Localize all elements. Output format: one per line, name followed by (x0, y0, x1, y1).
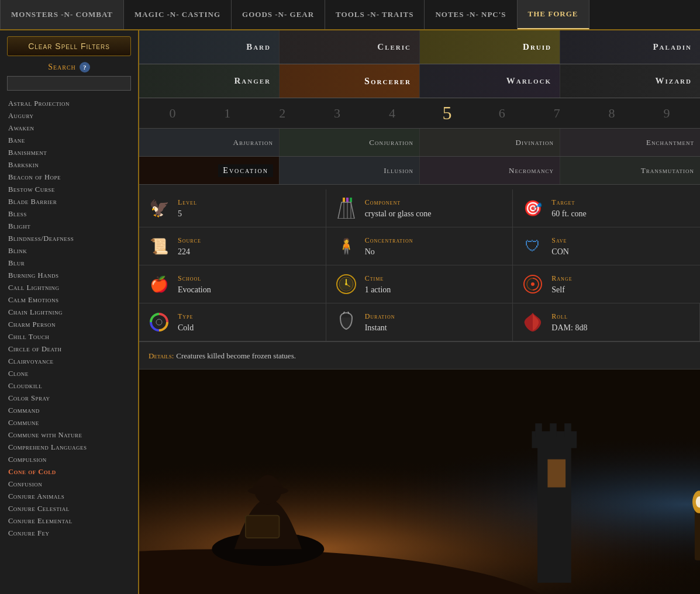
level-btn-5[interactable]: 5 (434, 102, 460, 125)
class-label-ranger: Ranger (234, 76, 271, 86)
spell-item[interactable]: Astral Projection (0, 98, 138, 110)
level-btn-1[interactable]: 1 (215, 102, 240, 125)
spell-item[interactable]: Blade Barrier (0, 196, 138, 208)
spell-item[interactable]: Augury (0, 110, 138, 122)
spell-item[interactable]: Chill Touch (0, 331, 138, 343)
school-btn-evocation[interactable]: Evocation (139, 157, 280, 184)
spell-item[interactable]: Conjure Animals (0, 491, 138, 503)
spell-item[interactable]: Blight (0, 220, 138, 233)
tab-tools[interactable]: Tools -n- Traits (325, 0, 425, 29)
class-btn-druid[interactable]: Druid (420, 30, 560, 64)
concentration-icon: 🧍 (335, 234, 358, 258)
level-btn-6[interactable]: 6 (489, 102, 515, 125)
spell-item[interactable]: Clairvoyance (0, 355, 138, 368)
spell-item[interactable]: Circle of Death (0, 343, 138, 355)
save-icon: 🛡 (521, 234, 544, 258)
school-btn-necromancy[interactable]: Necromancy (420, 157, 560, 184)
class-label-warlock: Warlock (506, 76, 551, 86)
spell-item[interactable]: Blindness/Deafness (0, 233, 138, 245)
spell-item[interactable]: Chain Lightning (0, 306, 138, 319)
level-btn-9[interactable]: 9 (654, 102, 680, 125)
school-value: Evocation (178, 285, 211, 294)
spell-item[interactable]: Confusion (0, 478, 138, 491)
level-btn-7[interactable]: 7 (544, 102, 570, 125)
level-btn-8[interactable]: 8 (599, 102, 625, 125)
spell-item[interactable]: Compulsion (0, 454, 138, 466)
tab-magic[interactable]: Magic -n- Casting (124, 0, 232, 29)
spell-item[interactable]: Conjure Fey (0, 527, 138, 540)
spell-item[interactable]: Bane (0, 134, 138, 147)
level-btn-4[interactable]: 4 (380, 102, 405, 125)
detail-source: 📜 Source 224 (139, 227, 326, 265)
spell-item[interactable]: Commune (0, 417, 138, 429)
spell-item[interactable]: Comprehend Languages (0, 441, 138, 454)
spell-item[interactable]: Burning Hands (0, 270, 138, 282)
target-label: Target (551, 198, 586, 207)
svg-point-10 (345, 283, 347, 285)
spell-item[interactable]: Blur (0, 257, 138, 270)
spell-item[interactable]: Cloudkill (0, 380, 138, 392)
duration-icon (335, 310, 358, 334)
tab-forge[interactable]: The Forge (518, 0, 589, 29)
school-btn-transmutation[interactable]: Transmutation (560, 157, 700, 184)
art-area (139, 369, 700, 594)
spell-item[interactable]: Color Spray (0, 392, 138, 405)
detail-type: Type Cold (139, 303, 326, 341)
school-label: School (178, 274, 211, 283)
range-icon (521, 272, 544, 296)
class-btn-warlock[interactable]: Warlock (420, 64, 560, 98)
spell-item[interactable]: Clone (0, 368, 138, 380)
level-value: 5 (178, 209, 182, 218)
detail-duration: Duration Instant (326, 303, 513, 341)
school-btn-enchantment[interactable]: Enchantment (560, 129, 700, 156)
level-btn-2[interactable]: 2 (270, 102, 295, 125)
svg-rect-33 (535, 423, 542, 437)
details-row: Details: Creatures killed become frozen … (139, 342, 700, 369)
help-icon[interactable]: ? (80, 62, 90, 72)
tab-monsters[interactable]: Monsters -n- Combat (0, 0, 124, 29)
svg-rect-1 (346, 198, 349, 202)
details-text: Creatures killed become frozen statues. (176, 351, 296, 360)
svg-rect-26 (246, 516, 280, 538)
search-input[interactable] (7, 76, 131, 91)
roll-label: Roll (551, 312, 587, 321)
spell-item[interactable]: Awaken (0, 122, 138, 134)
class-btn-paladin[interactable]: Paladin (560, 30, 700, 64)
svg-rect-0 (343, 198, 345, 202)
school-label-necromancy: Necromancy (509, 166, 554, 175)
spell-item[interactable]: Command (0, 405, 138, 417)
class-btn-wizard[interactable]: Wizard (560, 64, 700, 98)
level-btn-3[interactable]: 3 (325, 102, 350, 125)
ctime-icon (335, 272, 358, 296)
spell-item[interactable]: Cone of Cold (0, 466, 138, 478)
spell-item[interactable]: Calm Emotions (0, 294, 138, 306)
school-btn-divination[interactable]: Divination (420, 129, 560, 156)
school-btn-conjuration[interactable]: Conjuration (280, 129, 420, 156)
school-btn-illusion[interactable]: Illusion (280, 157, 420, 184)
level-btn-0[interactable]: 0 (160, 102, 185, 125)
tab-goods[interactable]: Goods -n- Gear (232, 0, 325, 29)
spell-item[interactable]: Call Lightning (0, 282, 138, 294)
type-value: Cold (178, 323, 194, 332)
spell-item[interactable]: Conjure Elemental (0, 515, 138, 527)
class-btn-bard[interactable]: Bard (139, 30, 280, 64)
spell-item[interactable]: Barkskin (0, 159, 138, 171)
spell-item[interactable]: Conjure Celestial (0, 503, 138, 515)
class-btn-sorcerer[interactable]: Sorcerer (280, 64, 420, 98)
detail-ctime: Ctime 1 action (326, 265, 513, 303)
concentration-label: Concentration (365, 236, 413, 245)
clear-spell-filters-button[interactable]: Clear Spell Filters (7, 36, 131, 56)
spell-item[interactable]: Commune with Nature (0, 429, 138, 441)
spell-item[interactable]: Blink (0, 245, 138, 257)
tab-notes[interactable]: Notes -n- Npc's (425, 0, 517, 29)
school-btn-abjuration[interactable]: Abjuration (139, 129, 280, 156)
spell-list: Astral ProjectionAuguryAwakenBaneBanishm… (0, 95, 138, 594)
spell-item[interactable]: Banishment (0, 147, 138, 159)
target-icon: 🎯 (521, 196, 544, 220)
class-btn-cleric[interactable]: Cleric (280, 30, 420, 64)
class-btn-ranger[interactable]: Ranger (139, 64, 280, 98)
spell-item[interactable]: Bless (0, 208, 138, 220)
spell-item[interactable]: Bestow Curse (0, 184, 138, 196)
spell-item[interactable]: Charm Person (0, 319, 138, 331)
spell-item[interactable]: Beacon of Hope (0, 171, 138, 184)
